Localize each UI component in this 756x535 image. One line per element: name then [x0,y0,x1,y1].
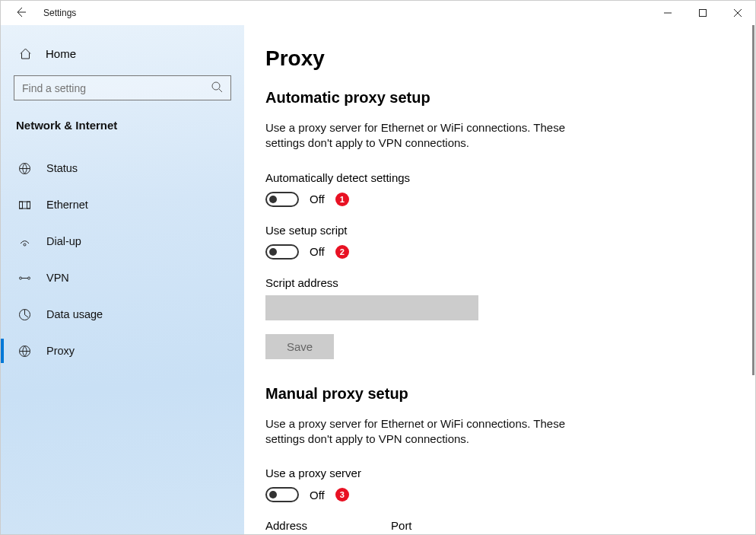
svg-rect-1 [700,10,707,17]
search-icon [211,81,223,95]
vpn-icon [17,271,31,285]
sidebar-item-status[interactable]: Status [1,150,244,186]
scrollbar-thumb[interactable] [752,25,754,375]
svg-rect-7 [19,202,30,209]
sidebar-item-label: Dial-up [46,235,81,247]
svg-rect-9 [27,202,30,209]
manual-proxy-desc: Use a proxy server for Ethernet or WiFi … [265,416,600,447]
home-icon [18,46,32,60]
sidebar-item-label: Status [46,162,78,174]
sidebar-item-vpn[interactable]: VPN [1,260,244,296]
setup-script-setting: Use setup script Off 2 [265,224,755,260]
setup-script-toggle[interactable] [265,244,299,260]
svg-line-5 [219,89,222,92]
script-address-input[interactable] [265,295,478,320]
page-title: Proxy [265,46,755,71]
auto-detect-toggle[interactable] [265,192,299,207]
svg-rect-8 [19,202,22,209]
save-button[interactable]: Save [265,334,334,359]
titlebar: Settings [1,1,755,25]
auto-proxy-desc: Use a proxy server for Ethernet or WiFi … [265,120,600,151]
sidebar-item-dialup[interactable]: Dial-up [1,223,244,260]
svg-point-11 [19,277,21,279]
search-input[interactable] [14,82,230,94]
maximize-button[interactable] [685,1,720,25]
sidebar-item-label: Proxy [46,345,75,357]
use-proxy-toggle[interactable] [265,487,299,502]
svg-point-10 [24,244,26,246]
sidebar-nav: Status Ethernet Dial-up VPN [1,150,244,369]
proxy-icon [17,344,31,358]
use-proxy-label: Use a proxy server [265,467,755,479]
sidebar-item-proxy[interactable]: Proxy [1,333,244,369]
content-pane: Proxy Automatic proxy setup Use a proxy … [244,25,755,535]
sidebar-home[interactable]: Home [1,40,244,66]
script-address-label: Script address [265,276,755,289]
port-label: Port [391,519,412,532]
dialup-icon [17,234,31,248]
sidebar-item-datausage[interactable]: Data usage [1,296,244,333]
search-box[interactable] [14,75,231,100]
use-proxy-setting: Use a proxy server Off 3 [265,467,755,502]
svg-point-4 [212,82,220,90]
close-button[interactable] [720,1,755,25]
setup-script-state: Off [310,245,325,258]
auto-detect-label: Automatically detect settings [265,171,755,184]
manual-proxy-heading: Manual proxy setup [265,385,755,403]
ethernet-icon [17,198,31,212]
annotation-badge-1: 1 [335,193,349,206]
sidebar-item-label: Ethernet [46,199,88,211]
script-address-setting: Script address Save [265,276,755,359]
minimize-button[interactable] [650,1,685,25]
auto-detect-setting: Automatically detect settings Off 1 [265,171,755,207]
use-proxy-state: Off [310,489,325,502]
address-label: Address [265,519,307,532]
window-title: Settings [43,8,76,18]
auto-detect-state: Off [310,193,325,205]
sidebar-item-label: Data usage [46,308,103,320]
auto-proxy-heading: Automatic proxy setup [265,89,755,107]
window-controls [650,1,755,25]
sidebar: Home Network & Internet Status [1,25,244,535]
svg-point-12 [27,277,30,279]
data-usage-icon [17,307,31,321]
sidebar-item-ethernet[interactable]: Ethernet [1,186,244,223]
sidebar-heading: Network & Internet [16,119,244,132]
sidebar-item-label: VPN [46,272,69,284]
annotation-badge-3: 3 [335,488,349,502]
sidebar-home-label: Home [46,47,76,60]
annotation-badge-2: 2 [335,245,349,259]
back-button[interactable] [14,6,27,21]
setup-script-label: Use setup script [265,224,755,237]
status-icon [17,161,31,175]
